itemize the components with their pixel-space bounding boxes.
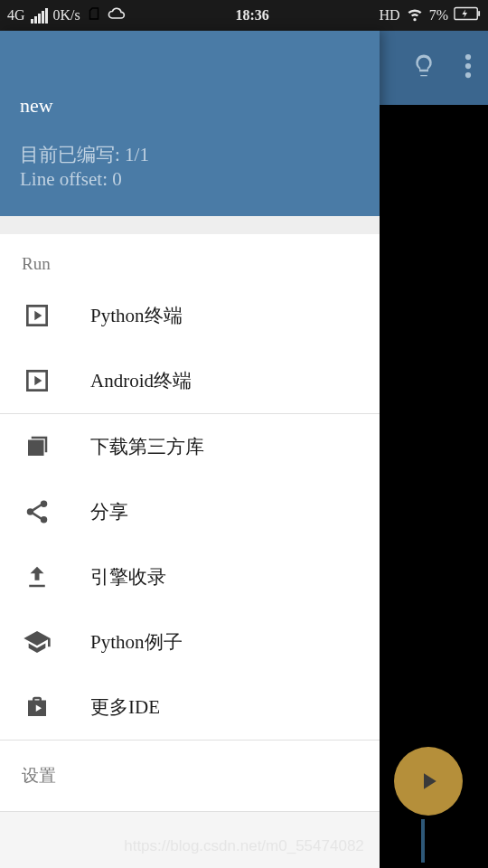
- play-icon: [415, 768, 442, 795]
- bulb-icon[interactable]: [410, 52, 437, 83]
- menu-python-terminal[interactable]: Python终端: [0, 283, 380, 348]
- main-section: 下载第三方库 分享 引擎收录 Python例子 更多IDE: [0, 414, 380, 741]
- svg-point-6: [27, 508, 34, 515]
- svg-point-3: [465, 63, 471, 69]
- navigation-drawer: new 目前已编写: 1/1 Line offset: 0 Run Python…: [0, 31, 380, 868]
- clock: 18:36: [126, 7, 380, 24]
- menu-engine-index[interactable]: 引擎收录: [0, 544, 380, 609]
- edited-count: 目前已编写: 1/1: [20, 143, 360, 167]
- line-offset: Line offset: 0: [20, 167, 360, 192]
- menu-share[interactable]: 分享: [0, 479, 380, 544]
- more-icon[interactable]: [465, 52, 472, 83]
- svg-point-7: [41, 516, 48, 524]
- upload-icon: [22, 561, 52, 592]
- settings-title[interactable]: 设置: [0, 741, 380, 811]
- hd-indicator: HD: [380, 7, 400, 24]
- menu-more-ide[interactable]: 更多IDE: [0, 675, 380, 740]
- svg-point-2: [465, 54, 471, 60]
- menu-android-terminal[interactable]: Android终端: [0, 348, 380, 413]
- school-icon: [22, 627, 52, 657]
- battery-icon: [454, 6, 481, 24]
- menu-label: Python终端: [90, 303, 183, 328]
- wifi-icon: [406, 5, 424, 26]
- play-box-icon: [22, 300, 52, 331]
- svg-point-5: [41, 500, 48, 507]
- cloud-icon: [108, 5, 126, 26]
- current-file: new: [20, 94, 360, 118]
- status-bar: 4G 0K/s 18:36 HD 7%: [0, 0, 488, 31]
- svg-point-4: [465, 72, 471, 78]
- menu-label: 更多IDE: [90, 694, 160, 720]
- menu-label: Android终端: [90, 368, 192, 393]
- battery-pct: 7%: [429, 7, 448, 24]
- network-type: 4G: [7, 7, 25, 24]
- status-right: HD 7%: [380, 5, 481, 26]
- menu-label: Python例子: [90, 629, 183, 655]
- library-icon: [22, 431, 52, 462]
- nav-indicator: [421, 819, 425, 863]
- drawer-header: new 目前已编写: 1/1 Line offset: 0: [0, 31, 380, 216]
- menu-label: 下载第三方库: [90, 434, 204, 459]
- signal-icon: [31, 8, 48, 24]
- svg-rect-1: [478, 11, 480, 16]
- menu-download-libs[interactable]: 下载第三方库: [0, 414, 380, 479]
- share-icon: [22, 496, 52, 527]
- menu-label: 引擎收录: [90, 564, 166, 590]
- play-box-icon: [22, 365, 52, 396]
- briefcase-play-icon: [22, 692, 52, 722]
- net-speed: 0K/s: [53, 7, 80, 24]
- settings-section: 设置: [0, 741, 380, 812]
- menu-label: 分享: [90, 499, 128, 524]
- sim-icon: [86, 5, 102, 25]
- run-title: Run: [0, 234, 380, 283]
- status-left: 4G 0K/s: [7, 5, 126, 26]
- run-fab[interactable]: [394, 747, 463, 816]
- menu-python-examples[interactable]: Python例子: [0, 609, 380, 675]
- run-section: Run Python终端 Android终端: [0, 234, 380, 414]
